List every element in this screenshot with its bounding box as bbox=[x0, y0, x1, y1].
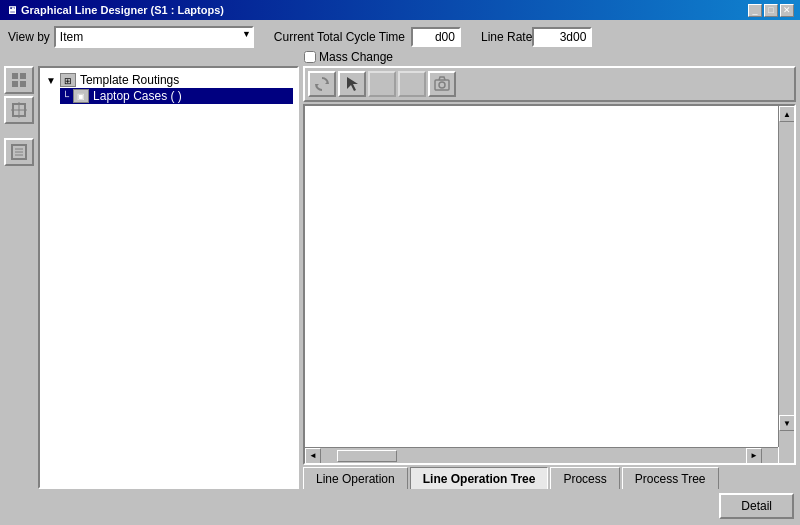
diag-btn-connect[interactable] bbox=[398, 71, 426, 97]
expand-icon: ▼ bbox=[46, 75, 56, 86]
svg-point-19 bbox=[414, 81, 420, 87]
mass-change-label: Mass Change bbox=[319, 50, 393, 64]
diagram-toolbar bbox=[303, 66, 796, 102]
scroll-down-button[interactable]: ▼ bbox=[779, 415, 795, 431]
minimize-button[interactable]: _ bbox=[748, 4, 762, 17]
scroll-up-button[interactable]: ▲ bbox=[779, 106, 795, 122]
svg-point-18 bbox=[404, 81, 410, 87]
right-panel: ▲ ▼ ◄ ► Line Operation Line Operation Tr… bbox=[303, 66, 796, 489]
diag-btn-rotate[interactable] bbox=[308, 71, 336, 97]
scroll-left-button[interactable]: ◄ bbox=[305, 448, 321, 464]
diag-btn-move[interactable] bbox=[368, 71, 396, 97]
tab-process[interactable]: Process bbox=[550, 467, 619, 489]
app-icon: 🖥 bbox=[6, 4, 17, 16]
diag-btn-select[interactable] bbox=[338, 71, 366, 97]
cycle-time-label: Current Total Cycle Time bbox=[274, 30, 405, 44]
tab-line-operation-tree[interactable]: Line Operation Tree bbox=[410, 467, 549, 489]
svg-rect-13 bbox=[377, 79, 387, 89]
tree-child-item[interactable]: └ ▣ Laptop Cases ( ) bbox=[60, 88, 293, 104]
horizontal-scrollbar[interactable]: ◄ ► bbox=[305, 447, 778, 463]
detail-button[interactable]: Detail bbox=[719, 493, 794, 519]
tool-button-3[interactable] bbox=[4, 138, 34, 166]
window-controls: _ □ ✕ bbox=[748, 4, 794, 17]
left-panel: ▼ ⊞ Template Routings └ ▣ Laptop Cases (… bbox=[4, 66, 299, 489]
root-node-icon: ⊞ bbox=[60, 73, 76, 87]
svg-rect-3 bbox=[20, 81, 26, 87]
tab-line-operation[interactable]: Line Operation bbox=[303, 467, 408, 489]
tree-root-item[interactable]: ▼ ⊞ Template Routings bbox=[44, 72, 293, 88]
svg-rect-1 bbox=[20, 73, 26, 79]
scroll-right-button[interactable]: ► bbox=[746, 448, 762, 464]
title-bar: 🖥 Graphical Line Designer (S1 : Laptops)… bbox=[0, 0, 800, 20]
close-button[interactable]: ✕ bbox=[780, 4, 794, 17]
scrollbar-track-vertical bbox=[779, 122, 794, 463]
window-title: 🖥 Graphical Line Designer (S1 : Laptops) bbox=[6, 4, 224, 16]
line-rate-label: Line Rate bbox=[481, 30, 532, 44]
cycle-time-value: d00 bbox=[411, 27, 461, 47]
view-by-label: View by bbox=[8, 30, 50, 44]
toolbar-spacer bbox=[4, 126, 36, 136]
bottom-row: Detail bbox=[4, 489, 796, 521]
line-rate-value: 3d00 bbox=[532, 27, 592, 47]
scrollbar-thumb-horizontal[interactable] bbox=[337, 450, 397, 462]
svg-point-22 bbox=[439, 82, 445, 88]
child-expand-icon: └ bbox=[62, 91, 69, 102]
tree-root-label: Template Routings bbox=[80, 73, 179, 87]
left-toolbar bbox=[4, 66, 36, 489]
cycle-time-section: Current Total Cycle Time d00 bbox=[274, 27, 461, 47]
content-area: ▼ ⊞ Template Routings └ ▣ Laptop Cases (… bbox=[4, 66, 796, 489]
main-window: View by Item Current Total Cycle Time d0… bbox=[0, 20, 800, 525]
tab-process-tree[interactable]: Process Tree bbox=[622, 467, 719, 489]
mass-change-checkbox[interactable] bbox=[304, 51, 316, 63]
child-node-icon: ▣ bbox=[73, 89, 89, 103]
tool-button-2[interactable] bbox=[4, 96, 34, 124]
svg-rect-2 bbox=[12, 81, 18, 87]
toolbar-row: View by Item Current Total Cycle Time d0… bbox=[4, 24, 796, 48]
view-by-select[interactable]: Item bbox=[54, 26, 254, 48]
svg-rect-0 bbox=[12, 73, 18, 79]
tree-panel: ▼ ⊞ Template Routings └ ▣ Laptop Cases (… bbox=[38, 66, 299, 489]
tree-indent: └ ▣ Laptop Cases ( ) bbox=[60, 88, 293, 104]
vertical-scrollbar[interactable]: ▲ ▼ bbox=[778, 106, 794, 447]
tool-button-1[interactable] bbox=[4, 66, 34, 94]
tabs-row: Line Operation Line Operation Tree Proce… bbox=[303, 467, 796, 489]
diag-btn-camera[interactable] bbox=[428, 71, 456, 97]
mass-change-row: Mass Change bbox=[4, 48, 796, 66]
diagram-area: ▲ ▼ ◄ ► bbox=[303, 104, 796, 465]
tree-child-label: Laptop Cases ( ) bbox=[93, 89, 182, 103]
maximize-button[interactable]: □ bbox=[764, 4, 778, 17]
